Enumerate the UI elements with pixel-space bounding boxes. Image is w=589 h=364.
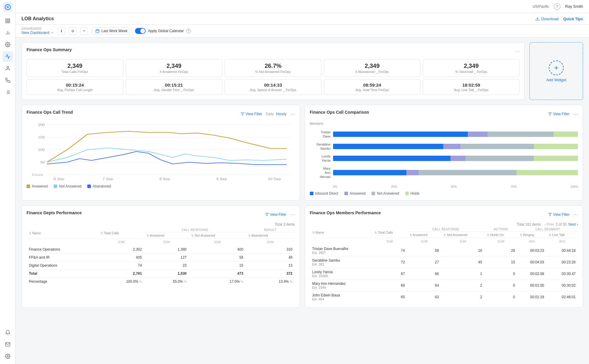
svg-text:6 Sep: 6 Sep bbox=[54, 177, 64, 181]
comparison-members-label: Members bbox=[310, 122, 578, 125]
sidebar-item-analytics[interactable] bbox=[2, 27, 13, 38]
table-row-total: Total 2,781 1,530 473 372 bbox=[27, 269, 295, 277]
user-name: Ray Smith bbox=[565, 4, 583, 9]
dashboard-controls: DASHBOARD New Dashboard ℹ ⧉ + Last Work … bbox=[15, 25, 589, 38]
call-comparison-view-filter[interactable]: View Filter bbox=[548, 112, 570, 116]
sidebar-item-list[interactable] bbox=[2, 87, 13, 98]
page-actions: Download Quick Tips bbox=[535, 17, 583, 21]
call-trend-legend: Answered Not Answered Abandoned bbox=[27, 184, 295, 188]
metric-value-call-length: 00:15:24 bbox=[30, 82, 119, 88]
th-not-answered[interactable]: ⇅ Not Answered bbox=[189, 232, 245, 238]
download-button[interactable]: Download bbox=[535, 17, 559, 21]
bar-row-geraldine: GeraldineSambu bbox=[310, 142, 578, 151]
sidebar-item-notifications[interactable] bbox=[2, 327, 13, 338]
sidebar-item-settings[interactable] bbox=[2, 39, 13, 50]
bar-seg-not-answered-tristan bbox=[487, 132, 554, 137]
metric-label-speed-answer: Avg. Speed of Answer _ FinOps bbox=[229, 88, 318, 92]
dept-view-filter[interactable]: View Filter bbox=[265, 213, 287, 217]
help-icon[interactable]: ? bbox=[554, 3, 560, 10]
metric-live-talk: 18:02:59 Avg. Live Talk _ FinOps bbox=[423, 79, 520, 95]
prev-button[interactable]: ‹ Prev bbox=[544, 222, 554, 226]
member-total: Total 161 items bbox=[517, 222, 541, 226]
svg-point-17 bbox=[7, 356, 8, 357]
th-holds-on[interactable]: ⇅ Holds On bbox=[484, 232, 517, 238]
legend-dot-abandoned bbox=[87, 185, 91, 188]
dept-performance-card: Finance Depts Performance View Filter ⋯ … bbox=[21, 205, 300, 308]
sidebar-item-users[interactable] bbox=[2, 63, 13, 74]
call-trend-more-icon[interactable]: ⋯ bbox=[290, 111, 295, 117]
bar-seg-holds-lorely bbox=[534, 156, 578, 161]
bar-row-tristan: TristanDave bbox=[310, 130, 578, 139]
sidebar-item-mail[interactable] bbox=[2, 339, 13, 350]
sidebar-item-gear[interactable] bbox=[2, 351, 13, 362]
call-comparison-more-icon[interactable]: ⋯ bbox=[573, 111, 578, 117]
table-row: Finance Operations 2,302 1,380 400 310 bbox=[27, 246, 295, 254]
metric-total-calls: 2,349 Total Calls FinOps bbox=[27, 59, 123, 77]
sidebar-item-reports[interactable] bbox=[2, 51, 13, 62]
table-row: Geraldine SambuExt. 382 72 27 45 15 00:0… bbox=[310, 256, 578, 268]
calendar-info-icon[interactable]: ? bbox=[186, 29, 191, 33]
table-row: Tristan Dave BuenaflorExt. 2927 74 58 16… bbox=[310, 245, 578, 257]
sidebar-item-home[interactable] bbox=[2, 15, 13, 26]
call-trend-title: Finance Ops Call Trend bbox=[27, 110, 73, 115]
dashboard-name[interactable]: New Dashboard bbox=[21, 30, 54, 35]
legend-not-answered: Not Answered bbox=[54, 184, 81, 188]
date-filter[interactable]: Last Work Week bbox=[91, 27, 131, 35]
th-actions-group: ACTIONS bbox=[484, 227, 517, 232]
metric-label-abandoned: # Abandoned _ FinOps bbox=[328, 70, 417, 74]
bar-row-lorely: LorelyYarcia bbox=[310, 154, 578, 163]
dashboard-label-container: DASHBOARD New Dashboard bbox=[21, 27, 54, 35]
th-member-not-answered[interactable]: ⇅ Not Answered bbox=[441, 232, 484, 238]
th-total-calls[interactable]: ⇅ Total Calls bbox=[98, 228, 144, 239]
bar-track-tristan bbox=[333, 132, 578, 137]
summary-more-icon[interactable]: ⋯ bbox=[515, 49, 520, 54]
th-answered[interactable]: ⇅ Answered bbox=[144, 232, 189, 238]
topbar: US/Pacific ? Ray Smith bbox=[15, 0, 589, 13]
bar-label-tristan: TristanDave bbox=[310, 130, 331, 139]
legend-not-answered-comp: Not Answered bbox=[372, 191, 399, 196]
calendar-toggle[interactable] bbox=[135, 28, 146, 34]
metric-voicemail: 2,349 % Voicemail _ FinOps bbox=[423, 59, 520, 77]
th-ringing[interactable]: ⇅ Ringing bbox=[517, 232, 547, 238]
sidebar-item-phone[interactable] bbox=[2, 75, 13, 86]
add-widget-card[interactable]: + Add Widget bbox=[529, 42, 583, 100]
metric-label-live-talk: Avg. Live Talk _ FinOps bbox=[427, 88, 516, 92]
th-member-call-response: CALL RESPONSE bbox=[407, 227, 484, 232]
mode-hourly[interactable]: Hourly bbox=[276, 112, 287, 116]
call-trend-view-filter[interactable]: View Filter bbox=[241, 112, 262, 116]
quick-tips-button[interactable]: Quick Tips bbox=[563, 17, 583, 21]
member-view-filter[interactable]: View Filter bbox=[548, 213, 570, 217]
metric-label-total-calls: Total Calls FinOps bbox=[30, 70, 119, 74]
svg-point-10 bbox=[7, 66, 9, 68]
svg-point-9 bbox=[7, 44, 8, 46]
info-button[interactable]: ℹ bbox=[57, 27, 65, 35]
legend-answered-comp: Answered bbox=[344, 191, 366, 196]
svg-text:200: 200 bbox=[38, 123, 45, 127]
legend-dot-holds bbox=[405, 192, 409, 195]
th-member-total-calls[interactable]: ⇅ Total Calls bbox=[372, 227, 407, 238]
metric-value-abandoned: 2,349 bbox=[328, 63, 417, 69]
th-call-response-group: CALL RESPONSE bbox=[144, 228, 246, 232]
member-more-icon[interactable]: ⋯ bbox=[573, 212, 578, 217]
th-member-answered[interactable]: ⇅ Answered bbox=[407, 232, 441, 238]
comparison-legend: Inbound Direct Answered Not Answered Hol… bbox=[310, 191, 578, 196]
page-title: LOB Analytics bbox=[21, 16, 54, 21]
copy-button[interactable]: ⧉ bbox=[69, 27, 77, 35]
th-abandoned[interactable]: ⇅ Abandoned bbox=[246, 232, 295, 238]
th-live-talk[interactable]: ⇅ Live Talk bbox=[546, 232, 578, 238]
svg-text:10 Sep: 10 Sep bbox=[268, 177, 281, 181]
metric-answered: 2,349 # Answered FinOps bbox=[126, 59, 223, 77]
th-member-name[interactable]: ⇅ Name bbox=[310, 227, 372, 238]
content-area: Finance Ops Summary ⋯ 2,349 Total Calls … bbox=[15, 38, 589, 364]
bar-seg-holds-geraldine bbox=[534, 144, 578, 149]
th-name[interactable]: ⇅ Name bbox=[27, 228, 98, 239]
bar-seg-answered-lorely bbox=[450, 156, 465, 161]
svg-marker-23 bbox=[241, 113, 244, 115]
svg-text:Count: Count bbox=[32, 173, 43, 177]
dept-more-icon[interactable]: ⋯ bbox=[290, 212, 295, 217]
svg-text:8 Sep: 8 Sep bbox=[159, 177, 170, 181]
mode-daily[interactable]: Daily bbox=[266, 112, 274, 116]
next-button[interactable]: Next › bbox=[568, 222, 578, 226]
add-button[interactable]: + bbox=[80, 27, 88, 35]
metric-value-voicemail: 2,349 bbox=[427, 63, 516, 69]
